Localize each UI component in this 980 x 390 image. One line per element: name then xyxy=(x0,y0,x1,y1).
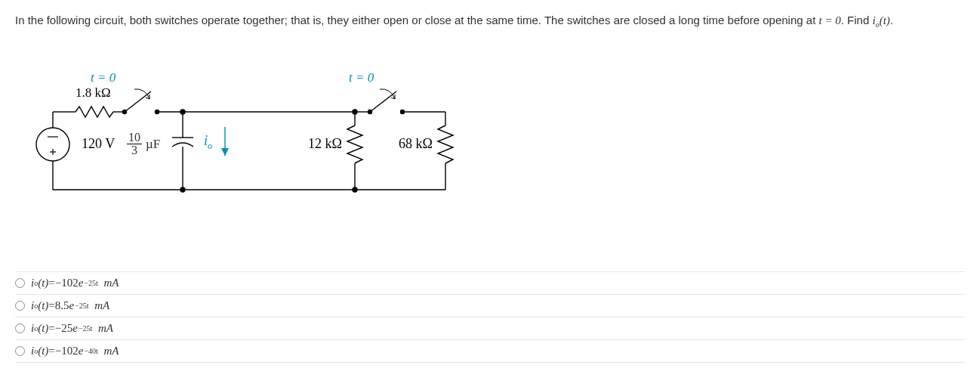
answer-options: io(t) = −102e−25t mA io(t) = 8.5e−25t mA… xyxy=(15,271,965,363)
option-1[interactable]: io(t) = −102e−25t mA xyxy=(15,271,965,295)
radio-icon[interactable] xyxy=(15,301,25,311)
svg-text:120 V: 120 V xyxy=(82,136,115,151)
switch1-label: t = 0 xyxy=(91,70,116,85)
opt-coef: −102 xyxy=(55,345,79,358)
svg-text:io: io xyxy=(204,133,212,151)
opt-unit: mA xyxy=(89,299,110,312)
vsrc-label: 120 V xyxy=(82,136,115,151)
circuit-figure: 120 V 1.8 kΩ t = 0 xyxy=(23,42,965,226)
cap-den: 3 xyxy=(130,144,139,156)
opt-coef: −102 xyxy=(55,277,79,289)
opt-coef: 8.5 xyxy=(55,299,69,312)
radio-icon[interactable] xyxy=(15,278,25,288)
cap-unit: µF xyxy=(146,137,160,152)
opt-exp: −40t xyxy=(84,347,97,355)
opt-unit: mA xyxy=(92,322,113,335)
opt-arg: (t) xyxy=(38,322,48,335)
r68k-label: 68 kΩ xyxy=(399,136,433,151)
svg-text:12 kΩ: 12 kΩ xyxy=(308,136,342,151)
option-math: io(t) = 8.5e−25t mA xyxy=(31,299,109,312)
option-math: io(t) = −102e−25t mA xyxy=(31,277,119,289)
svg-text:t = 0: t = 0 xyxy=(91,70,116,85)
opt-exp: −25t xyxy=(75,302,88,310)
problem-suffix2: . xyxy=(890,14,893,26)
opt-exp: −25t xyxy=(84,279,97,287)
svg-text:1.8 kΩ: 1.8 kΩ xyxy=(76,85,111,100)
opt-eq: = xyxy=(48,299,54,312)
svg-text:t = 0: t = 0 xyxy=(349,70,374,85)
opt-coef: −25 xyxy=(55,322,72,335)
opt-unit: mA xyxy=(98,277,119,289)
opt-arg: (t) xyxy=(38,277,48,289)
r-series-label: 1.8 kΩ xyxy=(76,85,111,100)
opt-eq: = xyxy=(48,277,54,289)
svg-point-0 xyxy=(36,128,69,161)
option-4[interactable]: io(t) = −102e−40t mA xyxy=(15,340,965,363)
option-3[interactable]: io(t) = −25e−25t mA xyxy=(15,317,965,340)
problem-prefix: In the following circuit, both switches … xyxy=(15,14,818,26)
radio-icon[interactable] xyxy=(15,323,25,333)
opt-exp: −25t xyxy=(79,324,92,333)
problem-statement: In the following circuit, both switches … xyxy=(15,12,965,30)
find-arg: (t) xyxy=(880,14,890,26)
opt-eq: = xyxy=(48,322,54,335)
r12k-label: 12 kΩ xyxy=(308,136,342,151)
option-2[interactable]: io(t) = 8.5e−25t mA xyxy=(15,295,965,317)
switch2-label: t = 0 xyxy=(349,70,374,85)
problem-suffix1: . Find xyxy=(841,14,873,26)
option-math: io(t) = −25e−25t mA xyxy=(31,322,113,335)
opt-unit: mA xyxy=(98,345,119,358)
radio-icon[interactable] xyxy=(15,346,25,356)
opt-arg: (t) xyxy=(38,345,48,358)
opt-eq: = xyxy=(48,345,54,358)
problem-time-eq: t = 0 xyxy=(818,14,840,26)
option-math: io(t) = −102e−40t mA xyxy=(31,345,119,358)
cap-num: 10 xyxy=(127,132,142,144)
cap-label: 10 3 µF xyxy=(125,132,186,156)
svg-text:68 kΩ: 68 kΩ xyxy=(399,136,433,151)
io-o: o xyxy=(208,141,212,151)
opt-arg: (t) xyxy=(38,299,48,312)
